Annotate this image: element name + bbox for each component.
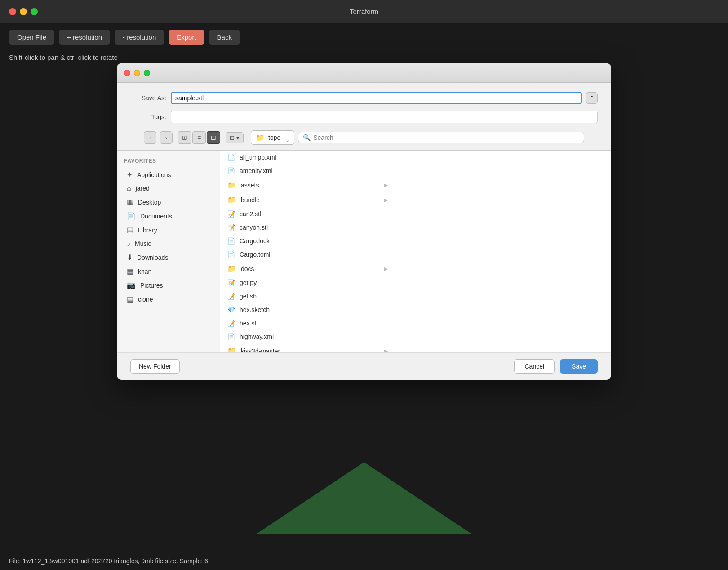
list-view-button[interactable]: ≡ bbox=[192, 131, 206, 144]
sidebar-item-clone[interactable]: ▤ clone bbox=[120, 292, 217, 306]
save-as-input[interactable] bbox=[171, 92, 582, 104]
file-item-canyon[interactable]: 📝 canyon.stl bbox=[220, 221, 395, 234]
save-button[interactable]: Save bbox=[560, 359, 598, 374]
file-name: hex.sketch bbox=[240, 306, 270, 313]
open-file-button[interactable]: Open File bbox=[9, 30, 54, 45]
khan-folder-icon: ▤ bbox=[127, 267, 133, 276]
search-input[interactable] bbox=[313, 134, 579, 141]
nav-bar: ‹ › ⊞ ≡ ⊟ ⊞ ▾ 📁 topo ⌃⌄ 🔍 bbox=[130, 130, 598, 150]
sketch-file-icon: 💎 bbox=[227, 306, 235, 313]
sidebar-item-documents[interactable]: 📄 Documents bbox=[120, 209, 217, 223]
search-icon: 🔍 bbox=[303, 134, 311, 141]
music-icon: ♪ bbox=[127, 240, 130, 248]
folder-docs-icon: 📁 bbox=[227, 264, 236, 273]
file-item-get-py[interactable]: 📝 get.py bbox=[220, 276, 395, 289]
status-text: File: 1w112_13/w001001.adf 202720 triang… bbox=[9, 557, 208, 565]
file-item-all-timpp[interactable]: 📄 all_timpp.xml bbox=[220, 151, 395, 164]
file-item-can2[interactable]: 📝 can2.stl bbox=[220, 207, 395, 221]
minus-resolution-button[interactable]: - resolution bbox=[115, 30, 164, 45]
search-bar: 🔍 bbox=[298, 132, 584, 143]
tags-input[interactable] bbox=[171, 111, 598, 123]
maximize-button[interactable] bbox=[31, 8, 38, 15]
py-file-icon: 📝 bbox=[227, 279, 235, 286]
plus-resolution-button[interactable]: + resolution bbox=[59, 30, 110, 45]
chevron-right-icon: ▶ bbox=[384, 182, 388, 188]
folder-icon: 📁 bbox=[256, 134, 265, 142]
file-item-amenity[interactable]: 📄 amenity.xml bbox=[220, 164, 395, 178]
icon-view-button[interactable]: ⊞ bbox=[178, 131, 191, 144]
sidebar-library-label: Library bbox=[138, 227, 157, 234]
file-item-docs[interactable]: 📁 docs ▶ bbox=[220, 261, 395, 276]
folder-stepper-icon: ⌃⌄ bbox=[286, 133, 289, 142]
status-bar: File: 1w112_13/w001001.adf 202720 triang… bbox=[0, 552, 728, 570]
hex-stl-file-icon: 📝 bbox=[227, 320, 235, 327]
sidebar-music-label: Music bbox=[135, 240, 151, 247]
dialog-body: Save As: ⌃ Tags: ‹ › ⊞ ≡ ⊟ ⊞ ▾ 📁 to bbox=[117, 83, 611, 150]
dialog-maximize-button[interactable] bbox=[144, 70, 150, 76]
back-button[interactable]: Back bbox=[209, 30, 240, 45]
file-item-highway[interactable]: 📄 highway.xml bbox=[220, 330, 395, 343]
save-dialog: Save As: ⌃ Tags: ‹ › ⊞ ≡ ⊟ ⊞ ▾ 📁 to bbox=[117, 63, 611, 380]
column-view-button[interactable]: ⊟ bbox=[207, 131, 220, 144]
lock-file-icon: 📄 bbox=[227, 237, 235, 245]
file-item-kiss3d[interactable]: 📁 kiss3d-master ▶ bbox=[220, 343, 395, 352]
file-item-get-sh[interactable]: 📝 get.sh bbox=[220, 289, 395, 303]
sidebar-item-music[interactable]: ♪ Music bbox=[120, 237, 217, 250]
documents-icon: 📄 bbox=[127, 212, 136, 220]
close-button[interactable] bbox=[9, 8, 16, 15]
file-name: get.sh bbox=[240, 293, 257, 300]
file-name: amenity.xml bbox=[240, 167, 273, 174]
export-button[interactable]: Export bbox=[169, 30, 204, 45]
minimize-button[interactable] bbox=[20, 8, 27, 15]
dialog-title-bar bbox=[117, 63, 611, 83]
file-name: bundle bbox=[241, 196, 260, 204]
arrange-button[interactable]: ⊞ ▾ bbox=[226, 132, 244, 143]
sidebar-item-downloads[interactable]: ⬇ Downloads bbox=[120, 250, 217, 264]
file-item-assets[interactable]: 📁 assets ▶ bbox=[220, 178, 395, 192]
chevron-right-icon-2: ▶ bbox=[384, 197, 388, 203]
file-name: hex.stl bbox=[240, 320, 257, 327]
sidebar-item-jared[interactable]: ⌂ jared bbox=[120, 182, 217, 195]
sidebar-item-khan[interactable]: ▤ khan bbox=[120, 264, 217, 278]
background-shape bbox=[229, 462, 499, 534]
tags-label: Tags: bbox=[130, 113, 166, 120]
sidebar-item-desktop[interactable]: ▦ Desktop bbox=[120, 195, 217, 209]
sidebar-khan-label: khan bbox=[138, 268, 151, 275]
cancel-button[interactable]: Cancel bbox=[514, 359, 555, 374]
folder-kiss3d-icon: 📁 bbox=[227, 347, 236, 352]
file-item-hex-sketch[interactable]: 💎 hex.sketch bbox=[220, 303, 395, 316]
chevron-right-icon-3: ▶ bbox=[384, 266, 388, 272]
applications-icon: ✦ bbox=[127, 170, 133, 179]
sidebar-item-applications[interactable]: ✦ Applications bbox=[120, 168, 217, 182]
dialog-footer: New Folder Cancel Save bbox=[117, 352, 611, 380]
file-name: can2.stl bbox=[240, 210, 261, 218]
arrange-icon: ⊞ bbox=[230, 134, 235, 141]
new-folder-button[interactable]: New Folder bbox=[130, 359, 180, 374]
sidebar-pictures-label: Pictures bbox=[140, 282, 163, 289]
file-item-cargo-lock[interactable]: 📄 Cargo.lock bbox=[220, 234, 395, 248]
library-icon: ▤ bbox=[127, 226, 133, 234]
chevron-right-icon-4: ▶ bbox=[384, 348, 388, 353]
sidebar-item-library[interactable]: ▤ Library bbox=[120, 223, 217, 237]
expand-button[interactable]: ⌃ bbox=[586, 92, 598, 104]
file-name: Cargo.toml bbox=[240, 251, 270, 258]
nav-forward-button[interactable]: › bbox=[160, 131, 173, 144]
title-bar: Terraform bbox=[0, 0, 728, 23]
folder-selector[interactable]: 📁 topo ⌃⌄ bbox=[251, 130, 294, 145]
stl-file-icon: 📝 bbox=[227, 210, 235, 218]
file-item-cargo-toml[interactable]: 📄 Cargo.toml bbox=[220, 248, 395, 261]
file-item-bundle[interactable]: 📁 bundle ▶ bbox=[220, 192, 395, 207]
download-icon: ⬇ bbox=[127, 253, 133, 262]
file-item-hex-stl[interactable]: 📝 hex.stl bbox=[220, 316, 395, 330]
nav-back-button[interactable]: ‹ bbox=[144, 131, 156, 144]
file-name: canyon.stl bbox=[240, 224, 268, 231]
xml-file-icon-2: 📄 bbox=[227, 167, 235, 174]
file-list: 📄 all_timpp.xml 📄 amenity.xml 📁 assets ▶… bbox=[220, 151, 395, 352]
desktop-icon: ▦ bbox=[127, 198, 133, 206]
clone-folder-icon: ▤ bbox=[127, 295, 133, 303]
dialog-close-button[interactable] bbox=[124, 70, 130, 76]
file-name: Cargo.lock bbox=[240, 237, 270, 245]
sidebar-item-pictures[interactable]: 📷 Pictures bbox=[120, 278, 217, 292]
file-name: all_timpp.xml bbox=[240, 154, 276, 161]
dialog-minimize-button[interactable] bbox=[134, 70, 140, 76]
